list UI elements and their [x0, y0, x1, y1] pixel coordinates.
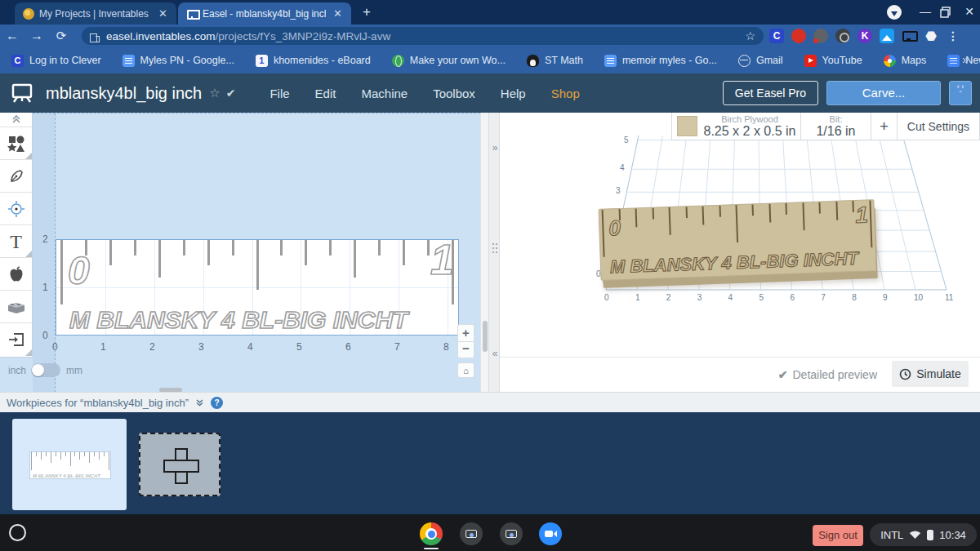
ruler-tick [41, 452, 42, 460]
design-canvas[interactable]: 0 1 M BLANSKY 4 BL-BIG INCHT 012345678 2… [0, 113, 480, 392]
bookmark-label: Gmail [756, 55, 783, 66]
scrollbar-thumb[interactable] [483, 321, 488, 352]
screenshot-extension-icon[interactable] [880, 29, 894, 43]
ruler-tick [378, 240, 381, 256]
tool-3d-shapes[interactable] [0, 291, 32, 323]
bookmark-item[interactable]: Gmail [738, 55, 783, 67]
back-button[interactable]: ← [0, 29, 24, 43]
hand-extension-icon[interactable] [791, 29, 806, 43]
menu-toolbox[interactable]: Toolbox [433, 87, 475, 100]
menu-shop[interactable]: Shop [551, 87, 580, 100]
add-bit-button[interactable]: + [871, 113, 898, 140]
detailed-preview-label: Detailed preview [793, 368, 878, 381]
menu-file[interactable]: File [270, 87, 289, 100]
collapse-left-chevron[interactable]: « [489, 348, 501, 359]
ruler-tick [232, 240, 234, 256]
browser-menu-icon[interactable]: ⋮ [946, 29, 960, 43]
menu-help[interactable]: Help [501, 87, 526, 100]
bookmark-item[interactable]: Myles PN - Google... [122, 55, 234, 67]
camera-extension-icon[interactable] [835, 29, 850, 43]
window-minimize-button[interactable]: — [918, 5, 933, 18]
ruler-tick [183, 240, 185, 256]
preview-3d-panel[interactable]: 0123456789101134500 0 1 M BLANSKY 4 BL-B… [500, 113, 980, 392]
tab-easel-project[interactable]: Easel - mblansky4bl_big inch ✕ [178, 2, 351, 24]
wifi-icon [909, 530, 921, 540]
design-digit-zero[interactable]: 0 [68, 248, 90, 293]
menu-machine[interactable]: Machine [361, 87, 408, 100]
double-chevron-up-icon [11, 114, 22, 124]
extensions-puzzle-icon[interactable]: ⬣ [924, 29, 938, 43]
help-icon[interactable]: ? [211, 397, 223, 409]
jog-arrows-button[interactable]: ‹ ›ˇ [949, 81, 972, 105]
zoom-out-button[interactable]: − [457, 342, 474, 358]
camera-app-icon[interactable] [460, 522, 483, 545]
tool-apps-apple[interactable] [0, 258, 32, 291]
workpiece-rectangle[interactable]: 0 1 M BLANSKY 4 BL-BIG INCHT [56, 239, 459, 335]
unit-mm-label[interactable]: mm [66, 365, 82, 376]
tab-close-icon[interactable]: ✕ [331, 7, 345, 20]
sidebar-collapse-button[interactable] [0, 113, 32, 127]
bit-selector[interactable]: Bit: 1/16 in [801, 113, 871, 140]
ruler-tick [652, 208, 653, 220]
tool-text[interactable]: T [0, 225, 32, 258]
bookmark-item[interactable]: Make your own Wo... [392, 55, 506, 67]
zoom-app-icon[interactable] [539, 522, 562, 545]
window-restore-button[interactable] [939, 6, 952, 19]
tool-import[interactable] [0, 323, 32, 356]
material-swatch [677, 116, 697, 136]
material-selector[interactable]: Birch Plywood 8.25 x 2 x 0.5 in [672, 113, 801, 140]
carve-button[interactable]: Carve... [826, 81, 941, 105]
divider-drag-handle[interactable] [492, 243, 494, 245]
tab-my-projects[interactable]: My Projects | Inventables ✕ [15, 2, 176, 24]
bookmark-label: Maps [902, 55, 927, 66]
sign-out-button[interactable]: Sign out [813, 525, 863, 546]
design-digit-one[interactable]: 1 [430, 235, 454, 284]
panel-divider[interactable]: » « [488, 113, 500, 392]
canvas-vertical-scrollbar[interactable] [480, 113, 488, 392]
bookmark-item[interactable]: CLog in to Clever [11, 55, 101, 67]
detailed-preview-toggle[interactable]: ✔Detailed preview [778, 368, 877, 381]
cast-monitor-icon[interactable] [902, 29, 916, 43]
unit-inch-label[interactable]: inch [8, 365, 26, 376]
forward-button[interactable]: → [24, 29, 49, 43]
tool-shapes[interactable] [0, 127, 32, 160]
bookmark-item[interactable]: Maps [884, 55, 927, 67]
get-easel-pro-button[interactable]: Get Easel Pro [723, 81, 818, 105]
bookmark-item[interactable]: ST Math [527, 55, 583, 67]
simulate-button[interactable]: Simulate [892, 361, 969, 387]
camera-app-icon-2[interactable] [500, 522, 523, 545]
design-text[interactable]: M BLANSKY 4 BL-BIG INCHT [69, 306, 408, 334]
lego-brick-icon [7, 299, 26, 315]
cut-settings-button[interactable]: Cut Settings [898, 113, 979, 140]
tool-pen[interactable] [0, 160, 32, 193]
site-info-icon[interactable] [90, 32, 100, 41]
bookmark-item[interactable]: YouTube [804, 55, 862, 67]
clever-extension-icon[interactable]: C [769, 29, 784, 43]
bookmarks-overflow-chevron[interactable]: » [962, 53, 969, 66]
expand-right-chevron[interactable]: » [489, 142, 501, 153]
k-extension-icon[interactable]: K [858, 29, 872, 43]
bookmark-star-icon[interactable]: ☆ [745, 29, 755, 42]
reload-button[interactable]: ⟳ [49, 29, 74, 43]
workpieces-collapse-chevron[interactable] [195, 398, 204, 407]
virtual-keyboard-dismiss-button[interactable] [887, 5, 902, 20]
profile-extension-icon[interactable] [813, 29, 828, 43]
tab-close-icon[interactable]: ✕ [156, 7, 170, 20]
address-bar[interactable]: easel.inventables.com /projects/fYs_3MNP… [82, 27, 764, 45]
launcher-button[interactable] [9, 524, 26, 541]
window-close-button[interactable]: ✕ [962, 5, 977, 18]
menu-edit[interactable]: Edit [315, 87, 336, 100]
new-tab-button[interactable]: + [358, 3, 376, 21]
unit-toggle-switch[interactable] [31, 363, 60, 377]
bookmark-item[interactable]: 1khomenides - eBoard [256, 55, 371, 67]
zoom-in-button[interactable]: + [457, 324, 474, 342]
favorite-star-icon[interactable]: ☆ [209, 86, 220, 100]
workpiece-thumbnail-selected[interactable]: M BLANSKY 4 BL-BIG INCHT [12, 419, 127, 510]
add-workpiece-button[interactable] [139, 433, 220, 496]
status-tray[interactable]: INTL 10:34 [870, 523, 977, 546]
tool-drill-origin[interactable] [0, 193, 32, 225]
project-title[interactable]: mblansky4bl_big inch [46, 84, 202, 103]
zoom-home-button[interactable]: ⌂ [457, 362, 474, 378]
bookmark-item[interactable]: memoir myles - Go... [604, 55, 717, 67]
chrome-app-icon[interactable] [420, 522, 443, 545]
